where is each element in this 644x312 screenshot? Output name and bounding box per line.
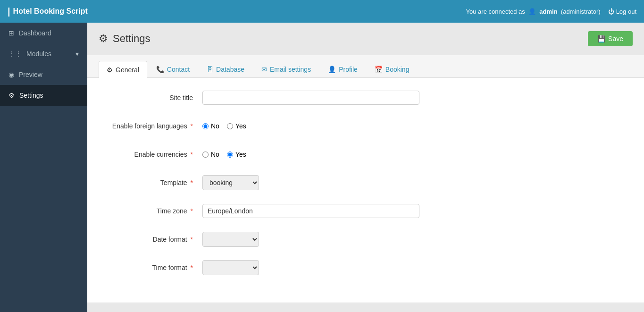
tab-database-icon: 🗄 bbox=[207, 66, 213, 73]
chevron-down-icon: ▾ bbox=[75, 50, 79, 58]
timezone-label: Time zone * bbox=[99, 207, 202, 215]
foreign-languages-required: * bbox=[191, 122, 193, 130]
form-row-foreign-languages: Enable foreign languages * No Yes bbox=[99, 118, 633, 135]
tabs-bar: ⚙ General 📞 Contact 🗄 Database ✉ Email s… bbox=[87, 55, 644, 78]
foreign-languages-no-radio[interactable] bbox=[202, 123, 209, 129]
app-title: Hotel Booking Script bbox=[8, 6, 88, 17]
currencies-radio-group: No Yes bbox=[202, 151, 246, 158]
form-row-template: Template * booking bbox=[99, 174, 633, 191]
top-header: Hotel Booking Script You are connected a… bbox=[0, 0, 644, 23]
site-title-label: Site title bbox=[99, 94, 202, 101]
logout-button[interactable]: ⏻ Log out bbox=[608, 8, 636, 15]
page-title: ⚙ Settings bbox=[99, 33, 151, 45]
sidebar: ⊞ Dashboard ⋮⋮ Modules ▾ ◉ Preview ⚙ Set… bbox=[0, 23, 87, 312]
time-format-required: * bbox=[191, 264, 193, 271]
currencies-label: Enable currencies * bbox=[99, 151, 202, 158]
tab-database-label: Database bbox=[216, 66, 244, 73]
settings-icon: ⚙ bbox=[8, 92, 15, 99]
user-connected-text: You are connected as 👤 admin (administra… bbox=[466, 8, 601, 15]
tab-general-label: General bbox=[116, 66, 139, 74]
currencies-no-label: No bbox=[211, 151, 219, 158]
template-select[interactable]: booking bbox=[202, 175, 259, 190]
tab-general-icon: ⚙ bbox=[107, 66, 113, 74]
foreign-languages-radio-group: No Yes bbox=[202, 122, 246, 130]
save-button[interactable]: 💾 Save bbox=[588, 31, 633, 46]
username: admin bbox=[539, 8, 557, 15]
app-title-text: Hotel Booking Script bbox=[13, 7, 88, 16]
date-format-label: Date format * bbox=[99, 236, 202, 243]
currencies-yes-label: Yes bbox=[235, 151, 246, 158]
time-format-label: Time format * bbox=[99, 264, 202, 271]
foreign-languages-yes-label: Yes bbox=[235, 122, 246, 130]
template-label: Template * bbox=[99, 179, 202, 186]
tab-profile[interactable]: 👤 Profile bbox=[320, 61, 366, 77]
tab-database[interactable]: 🗄 Database bbox=[199, 61, 252, 77]
logout-label: Log out bbox=[616, 8, 636, 15]
modules-icon: ⋮⋮ bbox=[8, 50, 22, 58]
preview-icon: ◉ bbox=[8, 71, 14, 78]
tab-contact[interactable]: 📞 Contact bbox=[148, 61, 198, 77]
dashboard-icon: ⊞ bbox=[8, 29, 14, 37]
tab-general[interactable]: ⚙ General bbox=[99, 61, 147, 78]
timezone-input[interactable] bbox=[202, 204, 419, 218]
sidebar-item-modules[interactable]: ⋮⋮ Modules ▾ bbox=[0, 43, 87, 64]
sidebar-label-settings: Settings bbox=[19, 92, 43, 99]
site-title-input[interactable] bbox=[202, 91, 419, 105]
page-title-text: Settings bbox=[113, 33, 151, 45]
sidebar-label-preview: Preview bbox=[19, 71, 42, 78]
form-row-date-format: Date format * MM/DD/YYYY DD/MM/YYYY YYYY… bbox=[99, 231, 633, 248]
settings-form: Site title Enable foreign languages * No bbox=[87, 78, 644, 303]
page-header: ⚙ Settings 💾 Save bbox=[87, 23, 644, 55]
save-button-label: Save bbox=[608, 35, 623, 42]
tab-booking-icon: 📅 bbox=[375, 66, 383, 73]
foreign-languages-yes-radio[interactable] bbox=[227, 123, 233, 129]
tab-contact-label: Contact bbox=[167, 66, 190, 73]
template-required: * bbox=[191, 179, 193, 186]
foreign-languages-no[interactable]: No bbox=[202, 122, 219, 130]
currencies-yes[interactable]: Yes bbox=[227, 151, 246, 158]
tab-booking[interactable]: 📅 Booking bbox=[367, 61, 418, 77]
form-row-time-format: Time format * 12h 24h bbox=[99, 259, 633, 276]
foreign-languages-label: Enable foreign languages * bbox=[99, 122, 202, 130]
user-role: (administrator) bbox=[561, 8, 601, 15]
main-content: ⚙ Settings 💾 Save ⚙ General 📞 Contact 🗄 … bbox=[87, 23, 644, 312]
currencies-no[interactable]: No bbox=[202, 151, 219, 158]
page-title-icon: ⚙ bbox=[99, 33, 108, 45]
form-row-site-title: Site title bbox=[99, 89, 633, 106]
tab-email-settings[interactable]: ✉ Email settings bbox=[253, 61, 319, 77]
tab-contact-icon: 📞 bbox=[156, 66, 164, 73]
sidebar-label-dashboard: Dashboard bbox=[19, 29, 51, 37]
currencies-required: * bbox=[191, 151, 193, 158]
page-footer bbox=[87, 303, 644, 312]
sidebar-label-modules: Modules bbox=[26, 50, 51, 58]
form-row-currencies: Enable currencies * No Yes bbox=[99, 146, 633, 163]
tab-booking-label: Booking bbox=[385, 66, 410, 73]
foreign-languages-yes[interactable]: Yes bbox=[227, 122, 246, 130]
main-layout: ⊞ Dashboard ⋮⋮ Modules ▾ ◉ Preview ⚙ Set… bbox=[0, 23, 644, 312]
date-format-required: * bbox=[191, 236, 193, 243]
tab-email-icon: ✉ bbox=[261, 66, 267, 73]
currencies-yes-radio[interactable] bbox=[227, 152, 233, 158]
foreign-languages-no-label: No bbox=[211, 122, 219, 130]
user-info: You are connected as 👤 admin (administra… bbox=[466, 8, 636, 15]
sidebar-item-preview[interactable]: ◉ Preview bbox=[0, 64, 87, 85]
save-icon: 💾 bbox=[597, 35, 605, 42]
sidebar-item-settings[interactable]: ⚙ Settings bbox=[0, 85, 87, 106]
tab-profile-icon: 👤 bbox=[328, 66, 336, 73]
logout-icon: ⏻ bbox=[608, 8, 614, 15]
currencies-no-radio[interactable] bbox=[202, 152, 209, 158]
time-format-select[interactable]: 12h 24h bbox=[202, 260, 259, 275]
tab-email-label: Email settings bbox=[270, 66, 311, 73]
date-format-select[interactable]: MM/DD/YYYY DD/MM/YYYY YYYY-MM-DD bbox=[202, 232, 259, 247]
form-row-timezone: Time zone * bbox=[99, 202, 633, 219]
timezone-required: * bbox=[191, 207, 193, 215]
tab-profile-label: Profile bbox=[339, 66, 358, 73]
sidebar-item-dashboard[interactable]: ⊞ Dashboard bbox=[0, 23, 87, 43]
